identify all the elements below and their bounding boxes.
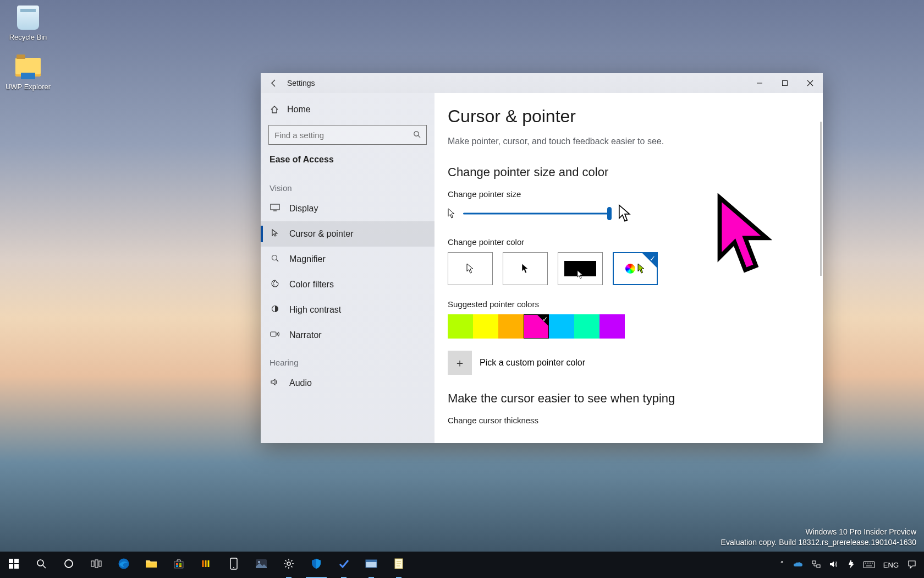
svg-rect-27 xyxy=(179,563,182,565)
bars-icon xyxy=(201,558,212,571)
nav-label: High contrast xyxy=(289,305,341,315)
volume-icon xyxy=(829,560,838,570)
notification-icon xyxy=(908,560,916,570)
onedrive-icon xyxy=(793,560,803,570)
color-swatch[interactable] xyxy=(498,314,524,339)
color-swatch[interactable] xyxy=(473,314,498,339)
svg-line-43 xyxy=(291,566,292,567)
svg-point-9 xyxy=(274,281,275,282)
color-swatch[interactable] xyxy=(600,314,625,339)
sidebar-group-hearing: Hearing xyxy=(261,348,435,370)
tray-keyboard[interactable] xyxy=(859,552,879,578)
tray-power[interactable] xyxy=(843,552,859,578)
sidebar-item-color-filters[interactable]: Color filters xyxy=(261,272,435,297)
sidebar-item-narrator[interactable]: Narrator xyxy=(261,323,435,348)
pointer-preview xyxy=(715,193,776,281)
taskbar-item-phone[interactable] xyxy=(220,552,248,578)
minimize-button[interactable] xyxy=(747,73,772,93)
desktop-icon-uwp-explorer[interactable]: UWP Explorer xyxy=(3,53,53,91)
check-icon xyxy=(338,558,349,571)
sidebar-item-audio[interactable]: Audio xyxy=(261,370,435,396)
search-icon xyxy=(36,559,46,571)
taskbar-item-app2[interactable] xyxy=(358,552,385,578)
tray-volume[interactable] xyxy=(825,552,843,578)
taskbar-item-todo[interactable] xyxy=(330,552,358,578)
svg-rect-22 xyxy=(99,561,101,566)
pick-custom-color-button[interactable]: ＋ xyxy=(448,351,472,375)
taskbar-item-search[interactable] xyxy=(28,552,55,578)
network-icon xyxy=(812,560,821,570)
selected-check-icon xyxy=(642,253,657,268)
pointer-color-white[interactable] xyxy=(448,252,493,285)
sidebar-item-high-contrast[interactable]: High contrast xyxy=(261,297,435,323)
svg-rect-26 xyxy=(176,563,178,565)
taskbar-item-security[interactable] xyxy=(302,552,330,578)
plus-icon: ＋ xyxy=(454,356,465,370)
taskbar-item-settings[interactable] xyxy=(275,552,302,578)
back-button[interactable] xyxy=(261,73,287,93)
taskbar: ˄ ENG xyxy=(0,552,924,578)
tray-action-center[interactable] xyxy=(903,552,921,578)
sidebar-item-display[interactable]: Display xyxy=(261,196,435,221)
desktop-icon-recycle-bin[interactable]: Recycle Bin xyxy=(3,3,53,41)
color-swatch[interactable] xyxy=(524,314,549,339)
maximize-button[interactable] xyxy=(772,73,798,93)
windows-icon xyxy=(9,559,19,571)
taskbar-item-app1[interactable] xyxy=(193,552,220,578)
taskbar-item-store[interactable] xyxy=(165,552,193,578)
search-input[interactable] xyxy=(274,130,409,140)
monitor-icon xyxy=(270,204,280,214)
color-swatch[interactable] xyxy=(448,314,473,339)
slider-thumb[interactable] xyxy=(607,207,612,220)
taskbar-item-task-view[interactable] xyxy=(82,552,110,578)
shield-icon xyxy=(311,558,321,571)
taskbar-item-cortana[interactable] xyxy=(55,552,82,578)
settings-sidebar: Home Ease of Access Vision Display Curso… xyxy=(261,93,435,443)
gear-icon xyxy=(283,558,294,571)
nav-label: Audio xyxy=(289,378,312,388)
svg-point-6 xyxy=(272,255,277,260)
svg-line-42 xyxy=(285,560,287,561)
tray-language[interactable]: ENG xyxy=(879,552,903,578)
cursor-icon xyxy=(270,228,280,239)
desktop-icon-label: Recycle Bin xyxy=(3,33,53,41)
section-heading-size-color: Change pointer size and color xyxy=(448,165,807,179)
sidebar-item-magnifier[interactable]: Magnifier xyxy=(261,247,435,272)
color-swatch[interactable] xyxy=(549,314,574,339)
svg-rect-4 xyxy=(271,204,279,210)
pointer-color-custom[interactable] xyxy=(613,252,658,285)
tray-chevron[interactable]: ˄ xyxy=(776,552,789,578)
titlebar[interactable]: Settings xyxy=(261,73,823,93)
folder-icon xyxy=(145,559,157,571)
suggested-colors-label: Suggested pointer colors xyxy=(448,299,807,309)
close-button[interactable] xyxy=(798,73,823,93)
note-icon xyxy=(394,558,403,571)
scrollbar[interactable] xyxy=(820,122,822,276)
taskview-icon xyxy=(91,559,102,570)
pointer-color-black[interactable] xyxy=(503,252,548,285)
taskbar-item-notes[interactable] xyxy=(385,552,413,578)
page-subtitle: Make pointer, cursor, and touch feedback… xyxy=(448,137,807,146)
custom-color-row: ＋ Pick a custom pointer color xyxy=(448,351,807,375)
taskbar-item-start[interactable] xyxy=(0,552,28,578)
color-swatch[interactable] xyxy=(574,314,600,339)
tray-onedrive[interactable] xyxy=(789,552,807,578)
photos-icon xyxy=(255,559,267,571)
cursor-black-icon xyxy=(521,263,529,274)
tray-network[interactable] xyxy=(807,552,825,578)
pointer-size-slider[interactable] xyxy=(463,208,610,219)
settings-content: Cursor & pointer Make pointer, cursor, a… xyxy=(435,93,823,443)
taskbar-item-file-explorer[interactable] xyxy=(138,552,165,578)
taskbar-item-edge[interactable] xyxy=(110,552,138,578)
sidebar-item-cursor-pointer[interactable]: Cursor & pointer xyxy=(261,221,435,247)
cursor-inverted-icon xyxy=(577,270,584,280)
sidebar-home[interactable]: Home xyxy=(261,97,435,122)
taskbar-item-photos[interactable] xyxy=(248,552,275,578)
home-icon xyxy=(270,105,279,114)
system-tray: ˄ ENG xyxy=(776,552,924,578)
svg-rect-52 xyxy=(812,561,816,564)
pointer-color-inverted[interactable] xyxy=(558,252,603,285)
cursor-large-icon xyxy=(618,204,631,223)
svg-point-36 xyxy=(258,561,260,563)
settings-search[interactable] xyxy=(268,125,427,145)
